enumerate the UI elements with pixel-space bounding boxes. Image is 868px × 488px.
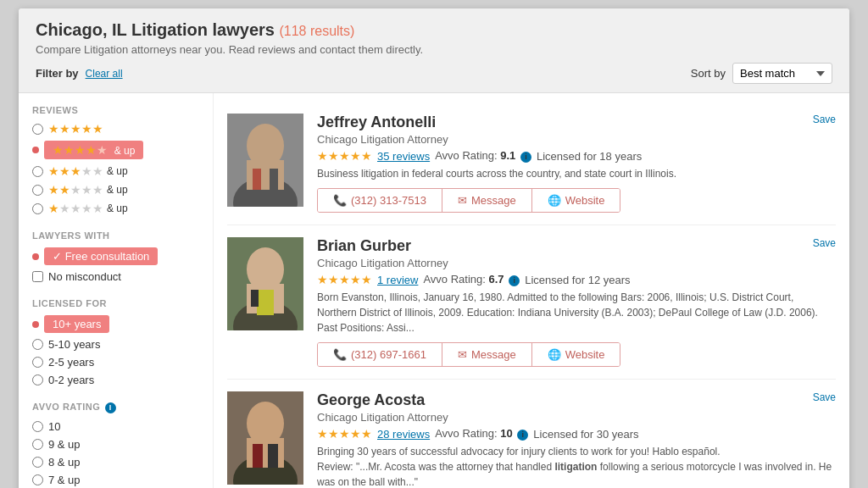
radio-9up[interactable]	[32, 439, 43, 450]
radio-8up[interactable]	[32, 457, 43, 468]
rating-8up-label: 8 & up	[48, 456, 81, 469]
avvo-rating-1: Avvo Rating: 9.1 i	[435, 149, 531, 163]
review-link-3[interactable]: 28 reviews	[377, 428, 430, 441]
licensed-for-section: LICENSED FOR 10+ years 5-10 years 2-5 ye…	[32, 298, 199, 386]
avvo-rating-3: Avvo Rating: 10 i	[435, 427, 528, 441]
body-row: REVIEWS ★★★★★ ★★★★★ & up	[19, 93, 849, 488]
msg-icon-2: ✉	[458, 348, 467, 361]
10plus-years-pill[interactable]: 10+ years	[44, 315, 109, 333]
website-btn-2[interactable]: 🌐 Website	[532, 343, 620, 366]
lawyer-stars-1: ★★★★★	[317, 149, 372, 163]
lawyer-stars-3: ★★★★★	[317, 427, 372, 441]
radio-2-5[interactable]	[32, 357, 43, 368]
lawyer-top-row-3: George Acosta Chicago Litigation Attorne…	[317, 391, 836, 444]
svg-rect-17	[268, 444, 278, 468]
phone-btn-2[interactable]: 📞 (312) 697-1661	[318, 343, 442, 366]
review-link-1[interactable]: 35 reviews	[377, 150, 430, 163]
phone-btn-1[interactable]: 📞 (312) 313-7513	[318, 189, 442, 212]
avvo-rating-title: AVVO RATING i	[32, 402, 199, 413]
radio-7up[interactable]	[32, 474, 43, 485]
filter-2stars[interactable]: ★★★★★ & up	[32, 183, 199, 197]
lawyer-meta-1: ★★★★★ 35 reviews Avvo Rating: 9.1 i Lice…	[317, 149, 642, 163]
lawyer-card-2: Brian Gurber Chicago Litigation Attorney…	[227, 225, 836, 380]
lawyer-photo-3	[227, 391, 303, 485]
website-btn-1[interactable]: 🌐 Website	[532, 189, 620, 212]
stars-5: ★★★★★	[48, 122, 103, 136]
free-consult-pill[interactable]: ✓ Free consultation	[44, 247, 158, 265]
reviews-title: REVIEWS	[32, 105, 199, 115]
lawyer-title-3: Chicago Litigation Attorney	[317, 411, 639, 424]
2-5-years-label: 2-5 years	[48, 356, 94, 369]
filter-label: Filter by	[36, 67, 79, 80]
lawyer-name-section-3: George Acosta Chicago Litigation Attorne…	[317, 391, 639, 444]
reviews-section: REVIEWS ★★★★★ ★★★★★ & up	[32, 105, 199, 215]
rating-9up-option[interactable]: 9 & up	[32, 438, 199, 451]
licensed-for-1: Licensed for 18 years	[537, 150, 642, 163]
svg-rect-4	[253, 169, 261, 190]
review-link-2[interactable]: 1 review	[377, 274, 418, 286]
lawyer-card-1: Jeffrey Antonelli Chicago Litigation Att…	[227, 102, 836, 225]
lawyer-title-2: Chicago Litigation Attorney	[317, 257, 631, 269]
free-consult-row[interactable]: ✓ Free consultation	[32, 247, 199, 265]
rating-9up-label: 9 & up	[48, 438, 81, 451]
licensed-for-2: Licensed for 12 years	[525, 274, 630, 286]
lawyer-name-section-2: Brian Gurber Chicago Litigation Attorney…	[317, 237, 631, 290]
filter-bar: Filter by Clear all Sort by Best match M…	[36, 63, 832, 84]
filter-1star[interactable]: ★★★★★ & up	[32, 202, 199, 215]
avvo-info-icon[interactable]: i	[105, 402, 116, 413]
radio-2stars[interactable]	[32, 185, 43, 196]
5-10-years-label: 5-10 years	[48, 338, 100, 351]
lawyers-with-title: LAWYERS WITH	[32, 230, 199, 241]
active-dot-3	[32, 321, 39, 328]
web-icon-2: 🌐	[548, 348, 561, 361]
no-misconduct-option[interactable]: No misconduct	[32, 270, 199, 283]
rating-10-label: 10	[48, 420, 60, 433]
rating-7up-option[interactable]: 7 & up	[32, 474, 199, 486]
review-text-3: Review: "...Mr. Acosta was the attorney …	[317, 461, 832, 488]
filter-4stars-pill[interactable]: ★★★★★ & up	[44, 141, 143, 159]
rating-8up-option[interactable]: 8 & up	[32, 456, 199, 469]
lawyer-name-3: George Acosta	[317, 391, 639, 409]
lawyer-info-2: Brian Gurber Chicago Litigation Attorney…	[317, 237, 836, 367]
radio-1star[interactable]	[32, 203, 43, 214]
radio-5-10[interactable]	[32, 339, 43, 350]
stars-3: ★★★★★	[48, 164, 103, 178]
sidebar: REVIEWS ★★★★★ ★★★★★ & up	[19, 93, 214, 488]
5-10-years-option[interactable]: 5-10 years	[32, 338, 199, 351]
lawyer-top-row-1: Jeffrey Antonelli Chicago Litigation Att…	[317, 114, 836, 166]
clear-all-link[interactable]: Clear all	[86, 68, 123, 80]
radio-10[interactable]	[32, 421, 43, 432]
0-2-years-option[interactable]: 0-2 years	[32, 374, 199, 386]
page-title: Chicago, IL Litigation lawyers (118 resu…	[36, 20, 832, 40]
2-5-years-option[interactable]: 2-5 years	[32, 356, 199, 369]
radio-3stars[interactable]	[32, 166, 43, 177]
message-btn-1[interactable]: ✉ Message	[442, 189, 532, 212]
avvo-rating-section: AVVO RATING i 10 9 & up 8 & up 7 & up	[32, 402, 199, 486]
10plus-years-row[interactable]: 10+ years	[32, 315, 199, 333]
main-content: Jeffrey Antonelli Chicago Litigation Att…	[214, 93, 849, 488]
radio-5stars[interactable]	[32, 124, 43, 135]
result-count: (118 results)	[279, 24, 354, 38]
licensed-for-3: Licensed for 30 years	[533, 428, 638, 441]
save-link-3[interactable]: Save	[813, 391, 836, 403]
rating-10-option[interactable]: 10	[32, 420, 199, 433]
sort-label: Sort by	[691, 67, 726, 80]
message-btn-2[interactable]: ✉ Message	[442, 343, 532, 366]
sort-select[interactable]: Best match Most reviewed Highest rated	[732, 63, 832, 84]
save-link-2[interactable]: Save	[813, 237, 836, 249]
filter-4stars-row[interactable]: ★★★★★ & up	[32, 141, 199, 159]
save-link-1[interactable]: Save	[813, 114, 836, 125]
avvo-info-icon-2[interactable]: i	[509, 275, 520, 286]
radio-0-2[interactable]	[32, 374, 43, 385]
avvo-info-icon-3[interactable]: i	[517, 430, 528, 441]
lawyer-name-section-1: Jeffrey Antonelli Chicago Litigation Att…	[317, 114, 642, 166]
avvo-info-icon-1[interactable]: i	[520, 152, 531, 163]
lawyer-photo-2	[227, 237, 303, 330]
filter-3stars[interactable]: ★★★★★ & up	[32, 164, 199, 178]
svg-rect-5	[270, 169, 278, 190]
sort-bar: Sort by Best match Most reviewed Highest…	[691, 63, 832, 84]
filter-5stars[interactable]: ★★★★★	[32, 122, 199, 136]
page-subtitle: Compare Litigation attorneys near you. R…	[36, 43, 832, 56]
lawyer-bio-3: Bringing 30 years of successful advocacy…	[317, 444, 836, 488]
checkbox-no-misconduct[interactable]	[32, 271, 43, 282]
